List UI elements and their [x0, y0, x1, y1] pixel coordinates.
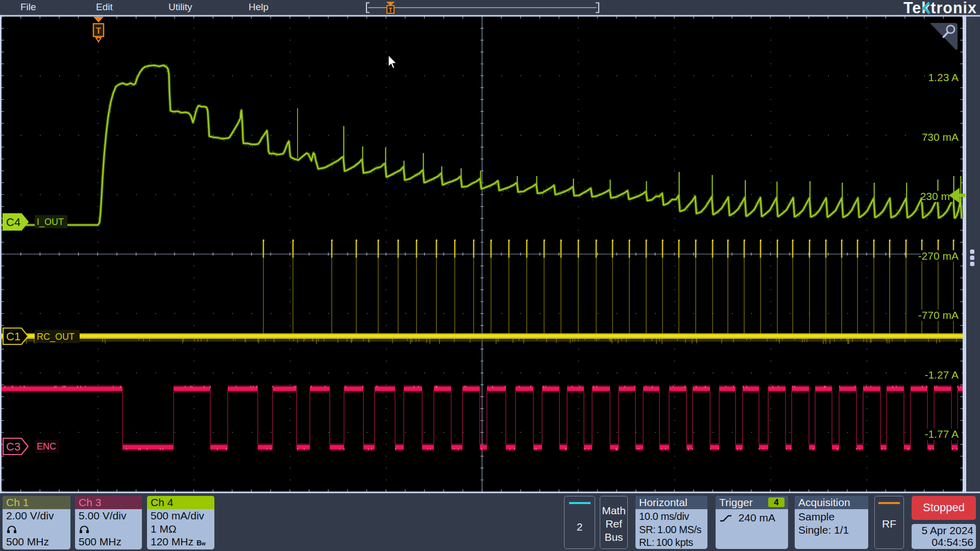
svg-text:T: T: [96, 27, 101, 35]
svg-text:-1.77 A: -1.77 A: [924, 428, 959, 440]
svg-text:T: T: [388, 7, 393, 14]
svg-text:Tektronix: Tektronix: [903, 0, 977, 16]
svg-text:ENC: ENC: [37, 441, 56, 452]
svg-text:C1: C1: [6, 330, 20, 343]
svg-text:RC_OUT: RC_OUT: [37, 332, 75, 342]
svg-text:230 m: 230 m: [920, 190, 950, 202]
svg-text:-770 mA: -770 mA: [918, 309, 959, 321]
svg-text:I_OUT: I_OUT: [37, 217, 64, 228]
svg-text:-1.27 A: -1.27 A: [924, 369, 959, 381]
svg-text:-270 mA: -270 mA: [918, 250, 959, 262]
svg-text:C3: C3: [6, 440, 20, 453]
svg-text:1.23 A: 1.23 A: [928, 71, 959, 83]
svg-text:C4: C4: [6, 216, 20, 229]
svg-text:730 mA: 730 mA: [922, 131, 959, 143]
